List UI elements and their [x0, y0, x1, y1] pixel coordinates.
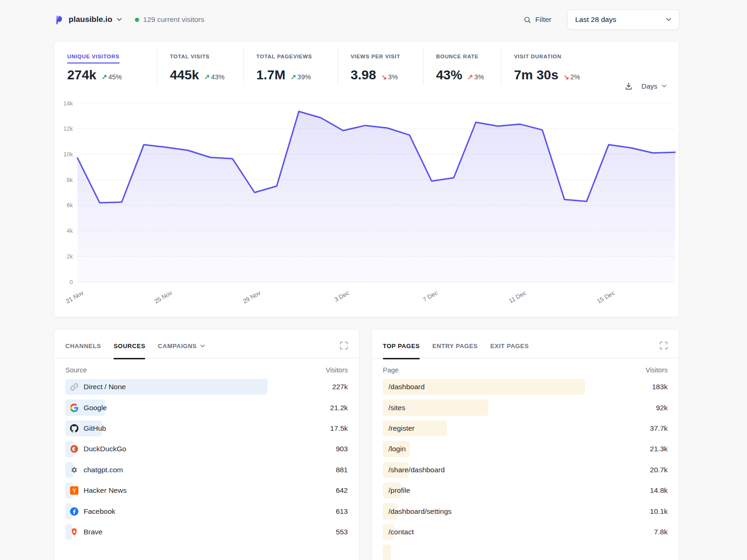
page-row-partial[interactable] — [383, 542, 668, 560]
stat-label: BOUNCE RATE — [436, 54, 479, 63]
current-visitors[interactable]: 129 current visitors — [135, 15, 204, 24]
row-visitors: 613 — [336, 507, 348, 516]
row-visitors: 37.7k — [650, 424, 668, 433]
x-axis-tick: 3 Dec — [333, 289, 350, 303]
stat-change: ↗45% — [101, 73, 122, 81]
sources-tab-sources[interactable]: SOURCES — [113, 343, 145, 350]
tab-label: EXIT PAGES — [490, 343, 529, 350]
source-row-hacker-news[interactable]: Hacker News642 — [65, 480, 348, 501]
download-icon[interactable] — [624, 82, 633, 91]
row-label: Facebook — [84, 507, 115, 516]
row-content: /register — [383, 424, 650, 433]
pages-column-headers: Page Visitors — [372, 358, 679, 377]
sources-tab-campaigns[interactable]: CAMPAIGNS — [158, 343, 204, 350]
duckduckgo-icon — [70, 445, 78, 453]
pages-tab-top-pages[interactable]: TOP PAGES — [383, 343, 420, 350]
brave-icon — [70, 528, 78, 536]
sources-tab-channels[interactable]: CHANNELS — [65, 343, 101, 350]
source-row-duckduckgo[interactable]: DuckDuckGo903 — [65, 439, 348, 459]
page-row-register[interactable]: /register37.7k — [383, 418, 668, 439]
x-axis-tick: 15 Dec — [596, 289, 616, 305]
row-content: Google — [65, 404, 330, 412]
stat-visit-duration[interactable]: VISIT DURATION7m 30s↘2% — [501, 49, 589, 85]
stat-label: VIEWS PER VISIT — [351, 54, 400, 63]
source-row-brave[interactable]: Brave553 — [65, 522, 348, 542]
stat-change: ↗43% — [204, 73, 225, 81]
value-bar — [383, 545, 391, 560]
chart-controls: Days — [624, 82, 667, 91]
stat-bounce-rate[interactable]: BOUNCE RATE43%↗3% — [423, 49, 501, 85]
stat-total-pageviews[interactable]: TOTAL PAGEVIEWS1.7M↗39% — [243, 49, 338, 85]
stat-total-visits[interactable]: TOTAL VISITS445k↗43% — [157, 49, 243, 85]
source-row-github[interactable]: GitHub17.5k — [65, 418, 348, 439]
stat-views-per-visit[interactable]: VIEWS PER VISIT3.98↘3% — [338, 49, 423, 85]
chatgpt-icon — [70, 466, 78, 474]
stat-change-pct: 3% — [474, 73, 484, 81]
stat-change: ↘3% — [381, 73, 398, 81]
row-label: /profile — [388, 486, 410, 495]
y-axis-tick: 0 — [70, 279, 73, 286]
row-label: /login — [388, 445, 406, 453]
stat-unique-visitors[interactable]: UNIQUE VISITORS274k↗45% — [67, 49, 157, 85]
stat-number: 3.98 — [351, 68, 376, 83]
tab-label: CHANNELS — [65, 343, 101, 350]
page-row-login[interactable]: /login21.3k — [383, 439, 668, 459]
arrow-up-icon: ↗ — [204, 73, 210, 81]
date-range-value: Last 28 days — [575, 15, 616, 24]
stat-change: ↗39% — [290, 73, 311, 81]
row-visitors: 21.2k — [330, 404, 348, 412]
stat-value: 7m 30s↘2% — [514, 68, 580, 83]
x-axis-tick: 29 Nov — [242, 289, 262, 305]
arrow-up-icon: ↗ — [467, 73, 473, 81]
row-visitors: 642 — [336, 486, 348, 495]
page-row-contact[interactable]: /contact7.8k — [383, 522, 668, 542]
y-axis-tick: 4k — [67, 228, 73, 234]
source-row-direct-none[interactable]: Direct / None227k — [65, 377, 348, 397]
row-label: Google — [84, 404, 107, 412]
stat-value: 1.7M↗39% — [256, 68, 329, 83]
row-visitors: 14.8k — [650, 486, 668, 495]
site-switcher[interactable]: plausible.io — [54, 14, 122, 25]
stat-change-pct: 3% — [388, 73, 398, 81]
sources-tabs: CHANNELSSOURCESCAMPAIGNS — [54, 329, 359, 358]
stat-change-pct: 2% — [571, 73, 580, 81]
stat-number: 43% — [436, 68, 462, 83]
page-row-dashboard[interactable]: /dashboard183k — [383, 377, 668, 397]
current-visitors-label: 129 current visitors — [143, 15, 204, 24]
source-row-chatgpt-com[interactable]: chatgpt.com881 — [65, 460, 348, 480]
source-row-facebook[interactable]: Facebook613 — [65, 501, 348, 521]
interval-dropdown[interactable]: Days — [641, 82, 667, 90]
row-label: /contact — [388, 528, 414, 536]
filter-button[interactable]: Filter — [523, 15, 551, 24]
page-row-dashboard-settings[interactable]: /dashboard/settings10.1k — [383, 501, 668, 521]
page-row-sites[interactable]: /sites92k — [383, 397, 668, 418]
pages-tabs: TOP PAGESENTRY PAGESEXIT PAGES — [372, 329, 679, 358]
pages-tab-entry-pages[interactable]: ENTRY PAGES — [432, 343, 478, 350]
page-row-profile[interactable]: /profile14.8k — [383, 480, 668, 501]
stat-change: ↘2% — [564, 73, 580, 81]
page-row-share-dashboard[interactable]: /share/dashboard20.7k — [383, 460, 668, 480]
row-label: chatgpt.com — [84, 466, 123, 474]
source-row-google[interactable]: Google21.2k — [65, 397, 348, 418]
x-axis-tick: 21 Nov — [64, 289, 85, 305]
sources-list: Direct / None227kGoogle21.2kGitHub17.5kD… — [54, 377, 359, 542]
link-icon — [70, 383, 78, 391]
row-visitors: 553 — [336, 528, 348, 536]
expand-icon[interactable] — [660, 342, 668, 350]
row-label: Hacker News — [84, 486, 127, 495]
tab-label: SOURCES — [113, 343, 145, 350]
row-content: /dashboard — [383, 383, 652, 391]
row-content: Hacker News — [65, 486, 336, 495]
stat-value: 274k↗45% — [67, 68, 148, 83]
date-range-picker[interactable]: Last 28 days — [567, 9, 679, 30]
row-content: chatgpt.com — [65, 466, 336, 474]
row-visitors: 7.8k — [654, 528, 668, 536]
y-axis-tick: 2k — [67, 253, 73, 260]
stat-label: TOTAL PAGEVIEWS — [256, 54, 312, 63]
row-content: Facebook — [65, 507, 336, 516]
stat-label: VISIT DURATION — [514, 54, 561, 63]
stats-row: UNIQUE VISITORS274k↗45%TOTAL VISITS445k↗… — [67, 49, 589, 85]
row-label: Brave — [84, 528, 103, 536]
expand-icon[interactable] — [340, 342, 348, 350]
pages-tab-exit-pages[interactable]: EXIT PAGES — [490, 343, 529, 350]
